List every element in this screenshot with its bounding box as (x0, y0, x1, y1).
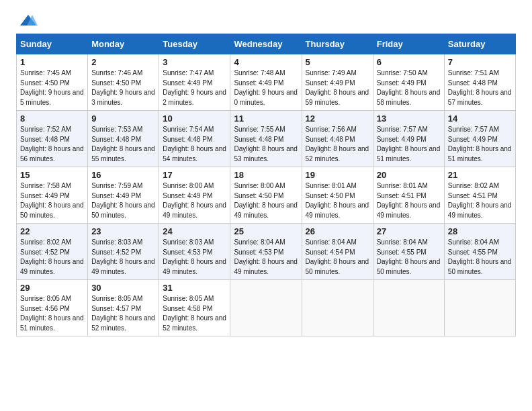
day-number: 31 (163, 283, 226, 293)
calendar-cell: 25 Sunrise: 8:04 AMSunset: 4:53 PMDaylig… (230, 224, 302, 280)
day-number: 18 (234, 170, 298, 180)
day-number: 15 (20, 170, 84, 180)
calendar-cell: 11 Sunrise: 7:55 AMSunset: 4:48 PMDaylig… (230, 111, 302, 167)
calendar-cell: 6 Sunrise: 7:50 AMSunset: 4:49 PMDayligh… (373, 54, 444, 111)
calendar-cell (444, 280, 515, 336)
calendar-cell: 1 Sunrise: 7:45 AMSunset: 4:50 PMDayligh… (17, 54, 88, 111)
calendar-cell: 18 Sunrise: 8:00 AMSunset: 4:50 PMDaylig… (230, 167, 302, 224)
day-number: 21 (448, 170, 512, 180)
calendar-cell: 30 Sunrise: 8:05 AMSunset: 4:57 PMDaylig… (88, 280, 159, 336)
day-info: Sunrise: 7:54 AMSunset: 4:48 PMDaylight:… (163, 126, 226, 163)
day-info: Sunrise: 8:00 AMSunset: 4:50 PMDaylight:… (234, 182, 298, 219)
calendar-cell: 23 Sunrise: 8:03 AMSunset: 4:52 PMDaylig… (88, 224, 159, 280)
day-info: Sunrise: 8:02 AMSunset: 4:52 PMDaylight:… (20, 238, 84, 275)
calendar-cell: 29 Sunrise: 8:05 AMSunset: 4:56 PMDaylig… (17, 280, 88, 336)
day-number: 16 (91, 170, 155, 180)
weekday-header-friday: Friday (373, 34, 444, 54)
calendar-cell: 22 Sunrise: 8:02 AMSunset: 4:52 PMDaylig… (17, 224, 88, 280)
day-number: 9 (91, 113, 155, 124)
calendar-cell (373, 280, 444, 336)
day-info: Sunrise: 7:52 AMSunset: 4:48 PMDaylight:… (20, 126, 84, 163)
day-info: Sunrise: 7:58 AMSunset: 4:49 PMDaylight:… (20, 182, 84, 219)
calendar-cell: 12 Sunrise: 7:56 AMSunset: 4:48 PMDaylig… (302, 111, 373, 167)
day-info: Sunrise: 7:46 AMSunset: 4:50 PMDaylight:… (91, 69, 155, 106)
weekday-header-monday: Monday (88, 34, 159, 54)
day-info: Sunrise: 7:53 AMSunset: 4:48 PMDaylight:… (91, 126, 155, 163)
day-info: Sunrise: 7:56 AMSunset: 4:48 PMDaylight:… (306, 126, 369, 163)
weekday-header-saturday: Saturday (444, 34, 515, 54)
day-number: 13 (377, 113, 441, 124)
day-number: 14 (448, 113, 512, 124)
day-info: Sunrise: 8:04 AMSunset: 4:54 PMDaylight:… (306, 238, 369, 275)
calendar-cell: 4 Sunrise: 7:48 AMSunset: 4:49 PMDayligh… (230, 54, 302, 111)
day-info: Sunrise: 8:01 AMSunset: 4:51 PMDaylight:… (377, 182, 441, 219)
day-info: Sunrise: 7:50 AMSunset: 4:49 PMDaylight:… (377, 69, 441, 106)
day-number: 30 (91, 283, 155, 293)
calendar-cell: 7 Sunrise: 7:51 AMSunset: 4:48 PMDayligh… (444, 54, 515, 111)
day-number: 6 (377, 57, 441, 67)
day-number: 25 (234, 226, 298, 236)
day-number: 22 (20, 226, 84, 236)
day-info: Sunrise: 7:47 AMSunset: 4:49 PMDaylight:… (163, 69, 226, 106)
calendar-cell: 26 Sunrise: 8:04 AMSunset: 4:54 PMDaylig… (302, 224, 373, 280)
calendar-cell: 14 Sunrise: 7:57 AMSunset: 4:49 PMDaylig… (444, 111, 515, 167)
day-number: 2 (91, 57, 155, 67)
day-number: 12 (306, 113, 369, 124)
calendar-cell: 20 Sunrise: 8:01 AMSunset: 4:51 PMDaylig… (373, 167, 444, 224)
header (16, 13, 516, 27)
calendar-cell: 8 Sunrise: 7:52 AMSunset: 4:48 PMDayligh… (17, 111, 88, 167)
day-number: 8 (20, 113, 84, 124)
day-info: Sunrise: 7:55 AMSunset: 4:48 PMDaylight:… (234, 126, 298, 163)
calendar-cell: 2 Sunrise: 7:46 AMSunset: 4:50 PMDayligh… (88, 54, 159, 111)
calendar-cell: 13 Sunrise: 7:57 AMSunset: 4:49 PMDaylig… (373, 111, 444, 167)
calendar-cell: 5 Sunrise: 7:49 AMSunset: 4:49 PMDayligh… (302, 54, 373, 111)
weekday-header-thursday: Thursday (302, 34, 373, 54)
day-info: Sunrise: 8:03 AMSunset: 4:52 PMDaylight:… (91, 238, 155, 275)
calendar-cell: 21 Sunrise: 8:02 AMSunset: 4:51 PMDaylig… (444, 167, 515, 224)
day-info: Sunrise: 8:03 AMSunset: 4:53 PMDaylight:… (163, 238, 226, 275)
day-info: Sunrise: 7:51 AMSunset: 4:48 PMDaylight:… (448, 69, 512, 106)
calendar-cell: 24 Sunrise: 8:03 AMSunset: 4:53 PMDaylig… (159, 224, 230, 280)
day-number: 1 (20, 57, 84, 67)
calendar-cell: 31 Sunrise: 8:05 AMSunset: 4:58 PMDaylig… (159, 280, 230, 336)
day-info: Sunrise: 7:48 AMSunset: 4:49 PMDaylight:… (234, 69, 298, 106)
day-number: 27 (377, 226, 441, 236)
calendar-cell: 10 Sunrise: 7:54 AMSunset: 4:48 PMDaylig… (159, 111, 230, 167)
day-number: 10 (163, 113, 226, 124)
day-info: Sunrise: 8:05 AMSunset: 4:58 PMDaylight:… (163, 295, 226, 332)
day-number: 17 (163, 170, 226, 180)
day-number: 24 (163, 226, 226, 236)
day-info: Sunrise: 7:49 AMSunset: 4:49 PMDaylight:… (306, 69, 369, 106)
calendar-cell (302, 280, 373, 336)
day-info: Sunrise: 7:57 AMSunset: 4:49 PMDaylight:… (448, 126, 512, 163)
day-info: Sunrise: 8:05 AMSunset: 4:56 PMDaylight:… (20, 295, 84, 332)
calendar-cell: 3 Sunrise: 7:47 AMSunset: 4:49 PMDayligh… (159, 54, 230, 111)
calendar-cell: 27 Sunrise: 8:04 AMSunset: 4:55 PMDaylig… (373, 224, 444, 280)
day-info: Sunrise: 8:04 AMSunset: 4:55 PMDaylight:… (377, 238, 441, 275)
day-number: 5 (306, 57, 369, 67)
calendar: SundayMondayTuesdayWednesdayThursdayFrid… (16, 34, 516, 336)
weekday-header-sunday: Sunday (17, 34, 88, 54)
calendar-cell: 16 Sunrise: 7:59 AMSunset: 4:49 PMDaylig… (88, 167, 159, 224)
weekday-header-wednesday: Wednesday (230, 34, 302, 54)
day-info: Sunrise: 7:45 AMSunset: 4:50 PMDaylight:… (20, 69, 84, 106)
calendar-cell: 17 Sunrise: 8:00 AMSunset: 4:49 PMDaylig… (159, 167, 230, 224)
day-info: Sunrise: 8:01 AMSunset: 4:50 PMDaylight:… (306, 182, 369, 219)
logo (16, 13, 38, 27)
day-number: 11 (234, 113, 298, 124)
calendar-cell: 15 Sunrise: 7:58 AMSunset: 4:49 PMDaylig… (17, 167, 88, 224)
day-number: 7 (448, 57, 512, 67)
calendar-cell: 19 Sunrise: 8:01 AMSunset: 4:50 PMDaylig… (302, 167, 373, 224)
day-info: Sunrise: 8:04 AMSunset: 4:53 PMDaylight:… (234, 238, 298, 275)
day-number: 4 (234, 57, 298, 67)
day-number: 26 (306, 226, 369, 236)
day-info: Sunrise: 8:04 AMSunset: 4:55 PMDaylight:… (448, 238, 512, 275)
calendar-cell (230, 280, 302, 336)
calendar-cell: 28 Sunrise: 8:04 AMSunset: 4:55 PMDaylig… (444, 224, 515, 280)
day-number: 19 (306, 170, 369, 180)
day-info: Sunrise: 7:57 AMSunset: 4:49 PMDaylight:… (377, 126, 441, 163)
day-number: 28 (448, 226, 512, 236)
calendar-cell: 9 Sunrise: 7:53 AMSunset: 4:48 PMDayligh… (88, 111, 159, 167)
day-number: 29 (20, 283, 84, 293)
day-info: Sunrise: 7:59 AMSunset: 4:49 PMDaylight:… (91, 182, 155, 219)
